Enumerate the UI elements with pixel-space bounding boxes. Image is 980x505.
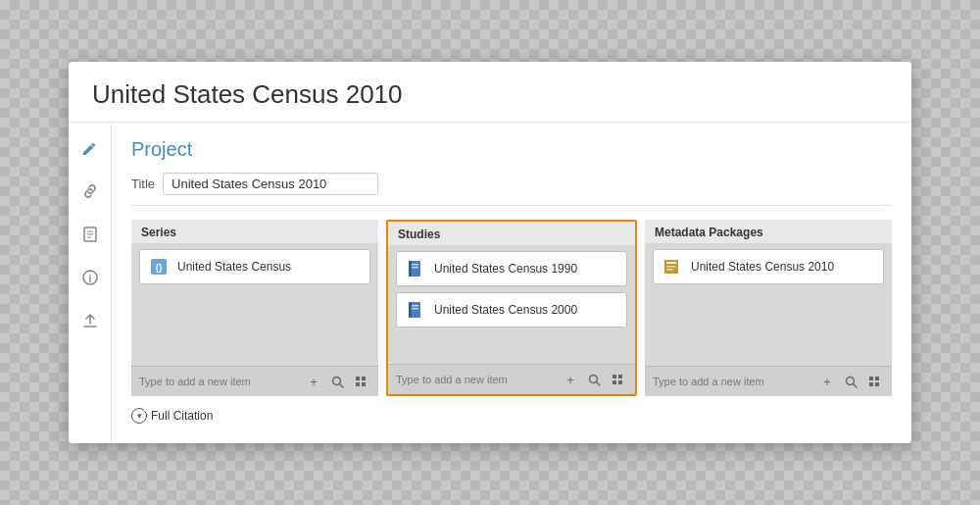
main-content: Project Title United States Census 2010 … bbox=[112, 123, 911, 443]
series-column: Series {} United States Census bbox=[131, 220, 378, 396]
studies-footer: + bbox=[388, 364, 635, 394]
sidebar-icon-link[interactable] bbox=[76, 177, 104, 205]
svg-rect-11 bbox=[362, 377, 366, 380]
svg-rect-36 bbox=[869, 382, 873, 386]
svg-rect-35 bbox=[875, 377, 879, 380]
studies-header: Studies bbox=[388, 222, 635, 245]
svg-rect-24 bbox=[612, 375, 616, 379]
main-window: United States Census 2010 bbox=[69, 62, 911, 443]
braces-icon: {} bbox=[148, 256, 170, 278]
svg-rect-20 bbox=[412, 305, 418, 307]
studies-item-1990-label: United States Census 1990 bbox=[434, 262, 577, 276]
full-citation[interactable]: ▾ Full Citation bbox=[131, 408, 892, 424]
section-heading: Project bbox=[131, 138, 892, 161]
metadata-grid-button[interactable] bbox=[864, 372, 884, 391]
columns-row: Series {} United States Census bbox=[131, 220, 892, 396]
svg-rect-25 bbox=[618, 375, 622, 379]
series-grid-button[interactable] bbox=[351, 372, 370, 391]
metadata-add-input[interactable] bbox=[653, 376, 813, 387]
metadata-items: United States Census 2010 bbox=[645, 243, 892, 366]
svg-rect-29 bbox=[666, 262, 676, 264]
studies-item-2000-label: United States Census 2000 bbox=[434, 303, 577, 317]
sidebar-icon-edit[interactable] bbox=[76, 134, 104, 162]
svg-rect-15 bbox=[409, 261, 412, 277]
svg-rect-21 bbox=[412, 308, 418, 310]
book-icon bbox=[405, 299, 426, 321]
svg-rect-17 bbox=[412, 267, 418, 269]
studies-grid-button[interactable] bbox=[608, 370, 627, 389]
window-title: United States Census 2010 bbox=[69, 62, 911, 123]
sidebar-icon-export[interactable] bbox=[76, 307, 104, 334]
svg-rect-31 bbox=[666, 269, 673, 271]
list-item[interactable]: United States Census 2000 bbox=[396, 292, 627, 328]
studies-items: United States Census 1990 bbox=[388, 245, 635, 364]
svg-rect-16 bbox=[412, 264, 418, 266]
svg-rect-12 bbox=[356, 382, 360, 386]
title-label: Title bbox=[131, 177, 155, 191]
studies-add-input[interactable] bbox=[396, 374, 557, 385]
svg-rect-19 bbox=[409, 302, 412, 318]
list-item[interactable]: United States Census 1990 bbox=[396, 251, 627, 286]
svg-rect-13 bbox=[362, 382, 366, 386]
metadata-header: Metadata Packages bbox=[645, 220, 892, 243]
series-footer: + bbox=[131, 366, 378, 396]
svg-text:i: i bbox=[88, 274, 91, 284]
title-row: Title United States Census 2010 bbox=[131, 173, 892, 206]
series-add-button[interactable]: + bbox=[304, 372, 323, 391]
studies-column: Studies United States bbox=[386, 220, 637, 396]
metadata-footer: + bbox=[645, 366, 892, 396]
series-item-label: United States Census bbox=[177, 260, 291, 274]
svg-rect-37 bbox=[875, 382, 879, 386]
sidebar: i bbox=[69, 123, 112, 443]
metadata-icon bbox=[662, 256, 683, 278]
window-body: i Project Title United States Census 201… bbox=[69, 123, 911, 443]
svg-rect-30 bbox=[666, 266, 676, 268]
svg-rect-10 bbox=[356, 377, 360, 380]
svg-line-9 bbox=[339, 383, 343, 387]
studies-search-button[interactable] bbox=[584, 370, 604, 389]
series-add-input[interactable] bbox=[139, 376, 300, 387]
metadata-search-button[interactable] bbox=[841, 372, 860, 391]
sidebar-icon-file[interactable] bbox=[76, 221, 104, 248]
metadata-add-button[interactable]: + bbox=[817, 372, 837, 391]
studies-add-button[interactable]: + bbox=[561, 370, 580, 389]
svg-rect-26 bbox=[612, 380, 616, 384]
list-item[interactable]: United States Census 2010 bbox=[653, 249, 884, 284]
full-citation-label: Full Citation bbox=[151, 409, 213, 423]
svg-rect-27 bbox=[618, 380, 622, 384]
metadata-column: Metadata Packages Unit bbox=[645, 220, 892, 396]
svg-text:{}: {} bbox=[155, 263, 163, 273]
list-item[interactable]: {} United States Census bbox=[139, 249, 370, 284]
series-header: Series bbox=[131, 220, 378, 243]
svg-rect-34 bbox=[869, 377, 873, 380]
series-items: {} United States Census bbox=[131, 243, 378, 366]
metadata-item-2010-label: United States Census 2010 bbox=[691, 260, 834, 274]
title-value[interactable]: United States Census 2010 bbox=[163, 173, 378, 195]
series-search-button[interactable] bbox=[327, 372, 347, 391]
book-icon bbox=[405, 258, 426, 279]
sidebar-icon-info[interactable]: i bbox=[76, 264, 104, 291]
svg-line-23 bbox=[596, 381, 600, 385]
svg-line-33 bbox=[853, 383, 857, 387]
chevron-down-icon: ▾ bbox=[131, 408, 147, 424]
